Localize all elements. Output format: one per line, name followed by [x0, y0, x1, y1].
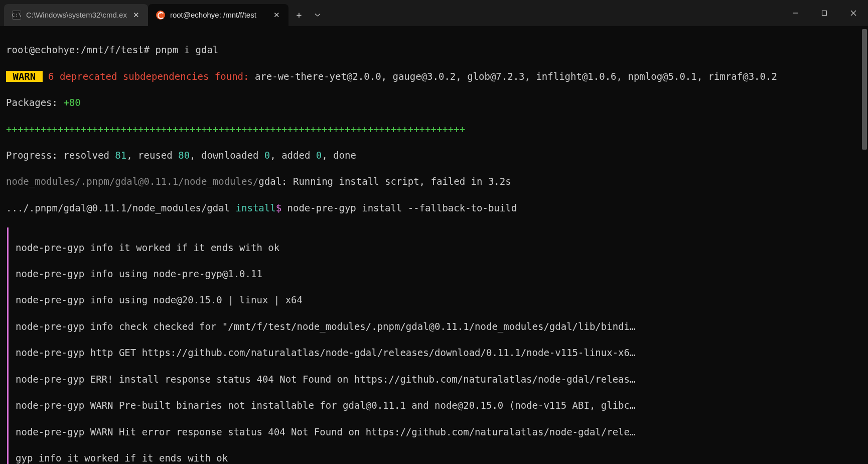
prompt-line: root@echohye:/mnt/f/test# pnpm i gdal — [6, 43, 862, 56]
maximize-button[interactable] — [810, 3, 839, 24]
maximize-icon — [821, 10, 827, 16]
window-controls — [781, 0, 868, 26]
progress-line: Progress: resolved 81, reused 80, downlo… — [6, 149, 862, 162]
minimize-icon — [792, 10, 798, 16]
gyp-line: node-pre-gyp http GET https://github.com… — [16, 346, 738, 359]
ubuntu-icon — [156, 11, 165, 20]
gyp-line: node-pre-gyp info using node-pre-gyp@1.0… — [16, 267, 738, 280]
warn-line: WARN 6 deprecated subdependencies found:… — [6, 70, 862, 83]
chevron-down-icon — [315, 13, 321, 17]
gyp-line: gyp info it worked if it ends with ok — [16, 451, 738, 464]
tab-dropdown-button[interactable] — [310, 4, 326, 26]
minimize-button[interactable] — [781, 3, 810, 24]
cmd-icon: c:\ — [12, 11, 21, 20]
close-icon — [850, 10, 856, 16]
progress-bar-line: ++++++++++++++++++++++++++++++++++++++++… — [6, 123, 862, 136]
gyp-output-block: node-pre-gyp info it worked if it ends w… — [7, 227, 862, 464]
close-button[interactable] — [839, 3, 868, 24]
warn-badge: WARN — [6, 71, 43, 82]
script-running-line: node_modules/.pnpm/gdal@0.11.1/node_modu… — [6, 175, 862, 188]
gyp-line: node-pre-gyp info check checked for "/mn… — [16, 320, 738, 333]
tab-strip: c:\ C:\Windows\system32\cmd.ex ✕ root@ec… — [0, 0, 781, 26]
scrollbar-thumb[interactable] — [862, 29, 867, 150]
titlebar: c:\ C:\Windows\system32\cmd.ex ✕ root@ec… — [0, 0, 868, 26]
gyp-line: node-pre-gyp info it worked if it ends w… — [16, 241, 738, 254]
gyp-line: node-pre-gyp WARN Hit error response sta… — [16, 425, 738, 438]
gyp-line: node-pre-gyp info using node@20.15.0 | l… — [16, 293, 738, 306]
new-tab-button[interactable]: + — [288, 4, 310, 26]
gyp-line: node-pre-gyp WARN Pre-built binaries not… — [16, 399, 738, 412]
packages-line: Packages: +80 — [6, 96, 862, 109]
terminal-output[interactable]: root@echohye:/mnt/f/test# pnpm i gdal WA… — [0, 26, 868, 464]
tab-title: root@echohye: /mnt/f/test — [170, 10, 267, 21]
svg-rect-1 — [822, 11, 827, 16]
tab-title: C:\Windows\system32\cmd.ex — [26, 10, 127, 21]
close-icon[interactable]: ✕ — [272, 11, 281, 20]
close-icon[interactable]: ✕ — [132, 11, 141, 20]
install-cmd-line: .../.pnpm/gdal@0.11.1/node_modules/gdal … — [6, 201, 862, 214]
gyp-line: node-pre-gyp ERR! install response statu… — [16, 373, 738, 386]
tab-cmd[interactable]: c:\ C:\Windows\system32\cmd.ex ✕ — [4, 4, 148, 26]
tab-ubuntu[interactable]: root@echohye: /mnt/f/test ✕ — [148, 4, 288, 26]
